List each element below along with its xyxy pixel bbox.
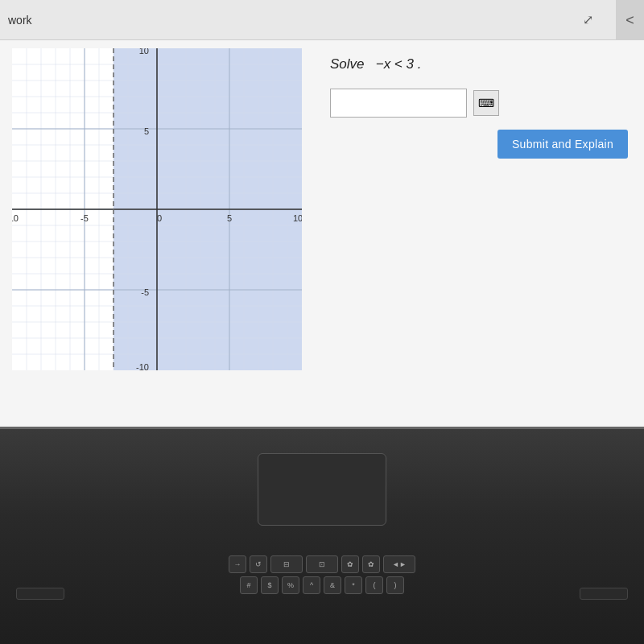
trackpad[interactable] [258, 453, 386, 526]
coordinate-graph: -10 -5 0 5 10 10 5 -5 -10 [12, 48, 302, 370]
svg-text:10: 10 [139, 48, 149, 56]
answer-row: ⌨ [330, 89, 628, 118]
key-settings2[interactable]: ✿ [362, 555, 380, 573]
svg-text:0: 0 [157, 213, 162, 223]
key-dollar[interactable]: $ [261, 576, 279, 594]
key-hash[interactable]: # [240, 576, 258, 594]
key-arrow[interactable]: → [229, 555, 246, 573]
key-row-1: → ↺ ⊟ ⊡ ✿ ✿ ◄► [32, 555, 612, 573]
right-panel: Solve −x < 3 . ⌨ Submit and Explain [314, 40, 644, 427]
key-media[interactable]: ◄► [383, 555, 415, 573]
keyboard-area: → ↺ ⊟ ⊡ ✿ ✿ ◄► # $ % ^ & * ( ) [32, 555, 612, 636]
svg-text:-10: -10 [136, 362, 149, 370]
key-lparen[interactable]: ( [365, 576, 383, 594]
answer-input[interactable] [330, 89, 467, 118]
key-asterisk[interactable]: * [345, 576, 362, 594]
key-ampersand[interactable]: & [324, 576, 341, 594]
key-win[interactable]: ⊟ [270, 555, 303, 573]
top-bar: work ⤢ ⊞ < [0, 0, 644, 40]
graph-container: -10 -5 0 5 10 10 5 -5 -10 [12, 48, 302, 370]
svg-text:-5: -5 [141, 287, 149, 297]
key-settings1[interactable]: ✿ [341, 555, 359, 573]
svg-text:5: 5 [227, 213, 232, 223]
key-row-2: # $ % ^ & * ( ) [32, 576, 612, 594]
graph-panel: -10 -5 0 5 10 10 5 -5 -10 [0, 40, 314, 427]
app-title: work [8, 14, 32, 27]
svg-text:5: 5 [144, 126, 149, 136]
laptop-body: DELL → ↺ ⊟ ⊡ ✿ ✿ ◄► # $ % ^ & * ( ) [0, 427, 644, 644]
svg-text:-5: -5 [80, 213, 89, 223]
key-caret[interactable]: ^ [303, 576, 320, 594]
expand-icon[interactable]: ⤢ [576, 8, 600, 32]
solve-label: Solve [330, 56, 365, 72]
content-area: -10 -5 0 5 10 10 5 -5 -10 Solve −x < 3 . [0, 40, 644, 427]
laptop-screen: work ⤢ ⊞ < [0, 0, 644, 427]
submit-explain-button[interactable]: Submit and Explain [497, 130, 628, 159]
equation: −x < 3 . [376, 56, 422, 72]
svg-text:-10: -10 [12, 213, 19, 223]
key-percent[interactable]: % [282, 576, 299, 594]
key-multi[interactable]: ⊡ [306, 555, 338, 573]
problem-statement: Solve −x < 3 . [330, 56, 628, 72]
keyboard-icon[interactable]: ⌨ [473, 90, 499, 116]
svg-text:10: 10 [293, 213, 302, 223]
key-refresh[interactable]: ↺ [250, 555, 267, 573]
back-button[interactable]: < [616, 0, 644, 40]
key-rparen[interactable]: ) [386, 576, 404, 594]
